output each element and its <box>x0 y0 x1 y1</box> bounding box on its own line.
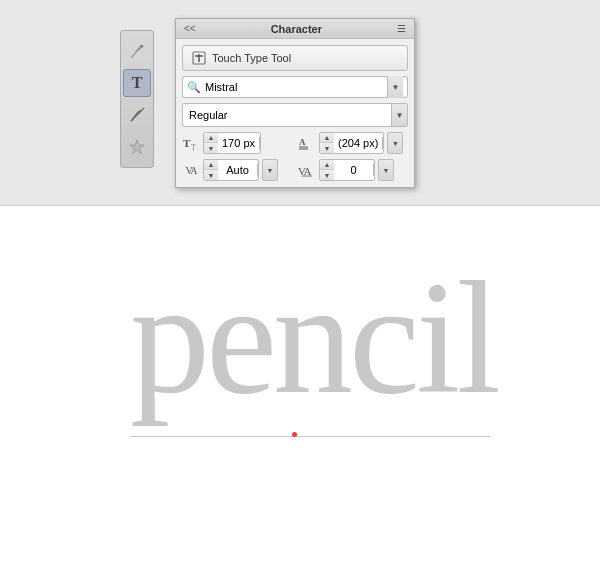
touch-type-button[interactable]: Touch Type Tool <box>182 45 408 71</box>
baseline-origin-dot <box>292 432 297 437</box>
size-leading-row: T T ▲ ▼ 170 px A <box>182 132 408 154</box>
font-size-icon: T T <box>182 134 200 152</box>
panel-titlebar: << Character ☰ <box>176 19 414 39</box>
tracking-down[interactable]: ▼ <box>204 170 218 181</box>
leading-field: ▲ ▼ (204 px) <box>319 132 384 154</box>
kerning-up[interactable]: ▲ <box>320 159 334 170</box>
leading-spinners: ▲ ▼ <box>320 132 334 154</box>
panel-collapse-button[interactable]: << <box>182 23 198 34</box>
font-size-spinners: ▲ ▼ <box>204 132 218 154</box>
canvas-text: pencil <box>130 246 497 431</box>
kerning-field: ▲ ▼ 0 <box>319 159 375 181</box>
font-size-up[interactable]: ▲ <box>204 132 218 143</box>
tracking-up[interactable]: ▲ <box>204 159 218 170</box>
leading-up[interactable]: ▲ <box>320 132 334 143</box>
kerning-icon: VA <box>298 161 316 179</box>
leading-icon-svg: A <box>298 134 316 152</box>
font-size-value: 170 px <box>218 137 260 149</box>
font-size-down[interactable]: ▼ <box>204 143 218 154</box>
font-dropdown-arrow[interactable]: ▼ <box>387 76 403 98</box>
font-style-arrow[interactable]: ▼ <box>391 104 407 126</box>
panel-collapse-controls: << <box>182 23 198 34</box>
svg-text:A: A <box>299 137 306 147</box>
kerning-icon-svg: VA <box>298 161 316 179</box>
kerning-down[interactable]: ▼ <box>320 170 334 181</box>
canvas-area: pencil <box>0 205 600 570</box>
tracking-field: ▲ ▼ Auto <box>203 159 259 181</box>
search-icon: 🔍 <box>187 81 201 94</box>
svg-text:T: T <box>191 143 196 152</box>
touch-type-label: Touch Type Tool <box>212 52 291 64</box>
svg-marker-1 <box>130 140 144 154</box>
tracking-group: VA ▲ ▼ Auto ▼ <box>182 159 292 181</box>
font-size-field: ▲ ▼ 170 px <box>203 132 261 154</box>
panel-title: Character <box>271 23 322 35</box>
font-size-group: T T ▲ ▼ 170 px <box>182 132 292 154</box>
character-panel: << Character ☰ Touch Type Tool 🔍 ▼ Regul… <box>175 18 415 188</box>
tracking-spinners: ▲ ▼ <box>204 159 218 181</box>
star-tool-button[interactable] <box>123 133 151 161</box>
font-search-row[interactable]: 🔍 ▼ <box>182 76 408 98</box>
svg-text:T: T <box>183 137 191 149</box>
leading-down[interactable]: ▼ <box>320 143 334 154</box>
pen-tool-button[interactable] <box>123 101 151 129</box>
leading-group: A ▲ ▼ (204 px) ▼ <box>298 132 408 154</box>
left-toolbar: T <box>120 30 154 168</box>
type-tool-button[interactable]: T <box>123 69 151 97</box>
font-style-value: Regular <box>183 109 234 121</box>
size-icon-svg: T T <box>182 134 200 152</box>
type-icon: T <box>132 74 143 92</box>
svg-line-0 <box>131 119 133 121</box>
leading-icon: A <box>298 134 316 152</box>
tracking-kerning-row: VA ▲ ▼ Auto ▼ VA <box>182 159 408 181</box>
leading-value: (204 px) <box>334 137 383 149</box>
tracking-value: Auto <box>218 164 258 176</box>
kerning-dropdown-arrow[interactable]: ▼ <box>378 159 394 181</box>
panel-body: Touch Type Tool 🔍 ▼ Regular ▼ T T <box>176 39 414 187</box>
kerning-spinners: ▲ ▼ <box>320 159 334 181</box>
kerning-group: VA ▲ ▼ 0 ▼ <box>298 159 408 181</box>
leading-dropdown-arrow[interactable]: ▼ <box>387 132 403 154</box>
tracking-dropdown-arrow[interactable]: ▼ <box>262 159 278 181</box>
kerning-value: 0 <box>334 164 374 176</box>
text-baseline <box>130 436 490 437</box>
svg-text:VA: VA <box>298 165 312 177</box>
font-style-dropdown[interactable]: Regular ▼ <box>182 103 408 127</box>
touch-type-icon <box>191 50 207 66</box>
panel-menu-button[interactable]: ☰ <box>395 23 408 34</box>
brush-tool-button[interactable] <box>123 37 151 65</box>
tracking-icon: VA <box>182 165 200 176</box>
font-name-input[interactable] <box>205 81 383 93</box>
